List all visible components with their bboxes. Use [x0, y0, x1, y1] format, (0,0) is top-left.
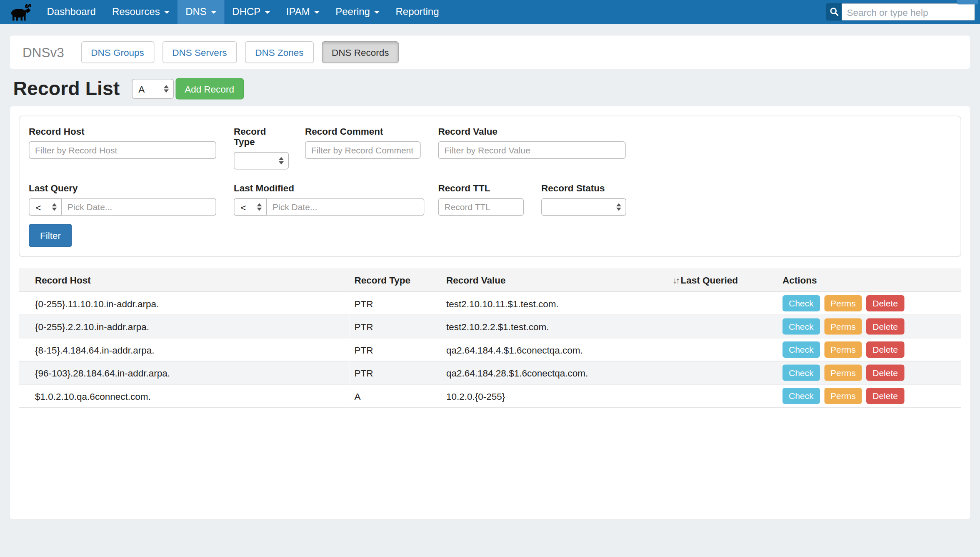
record-type-selected-value: A	[138, 83, 145, 94]
last-query-date-input[interactable]	[62, 198, 217, 216]
perms-button[interactable]: Perms	[824, 388, 862, 404]
nav-item-dns[interactable]: DNS	[178, 0, 224, 24]
nav-item-label: DNS	[185, 6, 207, 18]
nav-item-peering[interactable]: Peering	[328, 0, 388, 24]
nav-item-reporting[interactable]: Reporting	[388, 0, 447, 24]
record-type-filter-select[interactable]	[234, 152, 289, 170]
select-arrows-icon	[279, 157, 284, 165]
delete-button[interactable]: Delete	[866, 319, 904, 335]
search-input[interactable]	[842, 3, 975, 21]
check-button[interactable]: Check	[782, 319, 820, 335]
filter-record-status: Record Status	[541, 183, 626, 216]
check-button[interactable]: Check	[782, 365, 820, 381]
nav-item-ipam[interactable]: IPAM	[278, 0, 327, 24]
navbar: Dashboard Resources DNS DHCP IPAM Peerin…	[0, 0, 980, 24]
check-button[interactable]: Check	[782, 388, 820, 404]
app-viewport: Dashboard Resources DNS DHCP IPAM Peerin…	[0, 0, 980, 557]
select-arrows-icon	[163, 85, 168, 93]
check-button[interactable]: Check	[782, 295, 820, 311]
search-icon[interactable]	[826, 3, 842, 21]
nav-item-label: Reporting	[395, 6, 439, 18]
caret-down-icon	[164, 11, 169, 14]
record-type-label: Record Type	[234, 126, 289, 147]
col-header-last-queried[interactable]: ↓↑Last Queried	[668, 268, 778, 292]
filter-row-1: Record Host Record Type Record Comment R…	[29, 126, 951, 170]
cell-record-host: {0-255}.2.2.10.in-addr.arpa.	[19, 315, 350, 338]
perms-button[interactable]: Perms	[824, 341, 862, 358]
last-query-comparator-select[interactable]: <	[29, 198, 62, 216]
record-host-input[interactable]	[29, 141, 216, 159]
table-row: {8-15}.4.184.64.in-addr.arpa. PTR qa2.64…	[19, 338, 961, 361]
nav-item-dhcp[interactable]: DHCP	[224, 0, 278, 24]
check-button[interactable]: Check	[782, 341, 820, 358]
cell-record-host: {96-103}.28.184.64.in-addr.arpa.	[19, 361, 350, 384]
record-value-input[interactable]	[438, 141, 626, 159]
filter-submit-button[interactable]: Filter	[29, 224, 72, 247]
cell-last-queried	[668, 292, 778, 315]
perms-button[interactable]: Perms	[824, 319, 862, 335]
record-comment-input[interactable]	[305, 141, 421, 159]
cell-record-value: test2.10.10.11.$1.test.com.	[441, 292, 668, 315]
dnsv3-title: DNSv3	[22, 45, 64, 60]
filter-record-ttl: Record TTL	[438, 183, 524, 216]
table-row: {0-255}.2.2.10.in-addr.arpa. PTR test2.1…	[19, 315, 961, 338]
delete-button[interactable]: Delete	[866, 295, 904, 311]
cell-record-host: $1.0.2.10.qa.6connect.com.	[19, 384, 350, 408]
filter-record-comment: Record Comment	[305, 126, 421, 170]
moose-logo-icon[interactable]	[0, 0, 39, 24]
tab-dns-servers[interactable]: DNS Servers	[162, 41, 237, 63]
nav-item-resources[interactable]: Resources	[104, 0, 177, 24]
last-modified-comparator-select[interactable]: <	[234, 198, 267, 216]
select-arrows-icon	[616, 203, 621, 211]
record-list-panel: Record Host Record Type Record Comment R…	[10, 106, 970, 519]
last-modified-comparator-value: <	[241, 202, 246, 213]
record-ttl-input[interactable]	[438, 198, 524, 216]
record-type-select[interactable]: A	[132, 79, 174, 99]
col-header-label: Actions	[782, 275, 817, 286]
cell-record-host: {8-15}.4.184.64.in-addr.arpa.	[19, 338, 350, 361]
caret-down-icon	[374, 11, 379, 14]
perms-button[interactable]: Perms	[824, 365, 862, 381]
nav-item-dashboard[interactable]: Dashboard	[39, 0, 104, 24]
cell-record-value: test2.10.2.2.$1.test.com.	[441, 315, 668, 338]
page-title: Record List	[13, 78, 120, 100]
nav-item-label: Peering	[335, 6, 370, 18]
last-modified-label: Last Modified	[234, 183, 425, 193]
caret-down-icon	[314, 11, 319, 14]
col-header-label: Last Queried	[681, 275, 738, 286]
filter-row-2: Last Query < Last Modified <	[29, 183, 951, 216]
col-header-label: Record Value	[446, 275, 506, 286]
last-query-comparator-value: <	[36, 202, 41, 213]
tab-dns-records[interactable]: DNS Records	[322, 41, 399, 63]
cell-actions: CheckPermsDelete	[778, 361, 961, 384]
dnsv3-tab-bar: DNSv3 DNS Groups DNS Servers DNS Zones D…	[10, 36, 970, 69]
select-arrows-icon	[52, 203, 57, 211]
table-row: {0-255}.11.10.10.in-addr.arpa. PTR test2…	[19, 292, 961, 315]
sort-arrows-icon[interactable]: ↓↑	[672, 275, 679, 285]
last-modified-date-input[interactable]	[267, 198, 425, 216]
record-status-select[interactable]	[541, 198, 626, 216]
delete-button[interactable]: Delete	[866, 341, 904, 358]
select-arrows-icon	[257, 203, 262, 211]
cell-record-type: PTR	[350, 315, 442, 338]
delete-button[interactable]: Delete	[866, 388, 904, 404]
cell-record-value: 10.2.0.{0-255}	[441, 384, 668, 408]
col-header-label: Record Host	[35, 275, 91, 286]
nav-item-label: DHCP	[232, 6, 260, 18]
delete-button[interactable]: Delete	[866, 365, 904, 381]
cell-record-host: {0-255}.11.10.10.in-addr.arpa.	[19, 292, 350, 315]
col-header-actions: Actions	[778, 268, 961, 292]
cell-record-value: qa2.64.184.4.$1.6conectqa.com.	[441, 338, 668, 361]
col-header-label: Record Type	[355, 275, 411, 286]
cell-actions: CheckPermsDelete	[778, 315, 961, 338]
nav-item-label: Dashboard	[47, 6, 96, 18]
add-record-button[interactable]: Add Record	[175, 78, 244, 100]
tab-dns-zones[interactable]: DNS Zones	[245, 41, 313, 63]
perms-button[interactable]: Perms	[824, 295, 862, 311]
record-list-toolbar: Record List A Add Record	[13, 78, 970, 100]
tab-dns-groups[interactable]: DNS Groups	[81, 41, 154, 63]
record-value-label: Record Value	[438, 126, 626, 137]
table-row: {96-103}.28.184.64.in-addr.arpa. PTR qa2…	[19, 361, 961, 384]
record-host-label: Record Host	[29, 126, 216, 137]
filter-card: Record Host Record Type Record Comment R…	[19, 116, 961, 257]
